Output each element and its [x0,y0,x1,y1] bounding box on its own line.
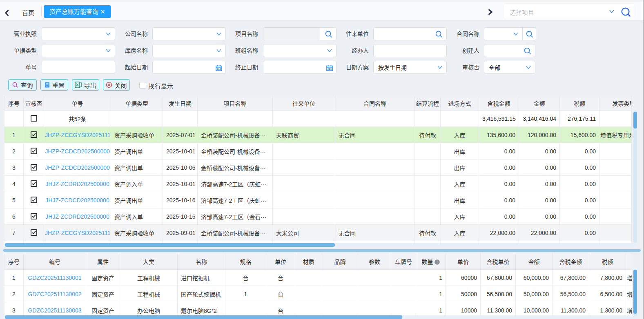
svg-text:i: i [437,259,438,264]
